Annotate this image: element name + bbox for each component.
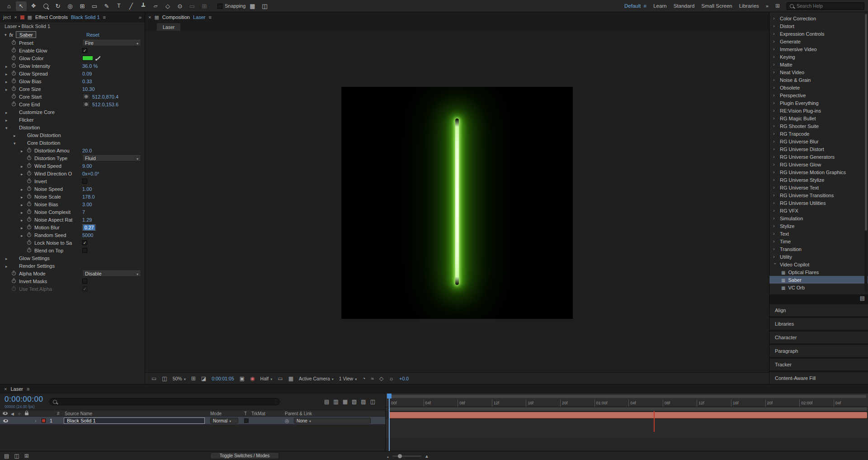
chevron-icon[interactable] (773, 85, 777, 90)
effects-list-item[interactable]: VC Orb (769, 284, 868, 291)
column-header-trkmat[interactable]: TrkMat (251, 411, 265, 416)
stopwatch-icon[interactable] (11, 286, 16, 292)
time-navigator[interactable] (386, 394, 868, 399)
stopwatch-icon[interactable] (27, 147, 32, 154)
effect-property-row[interactable]: Glow Distortion (0, 131, 145, 139)
composition-frame[interactable] (341, 87, 573, 319)
effects-list-item[interactable]: Time (769, 237, 868, 245)
stopwatch-icon[interactable] (27, 247, 32, 254)
stopwatch-icon[interactable] (27, 240, 32, 246)
chevron-icon[interactable] (773, 247, 777, 251)
stopwatch-icon[interactable] (11, 47, 16, 54)
column-header-t[interactable]: T (244, 411, 247, 416)
effects-list-item[interactable]: Keying (769, 53, 868, 61)
expand-layer-switches-icon[interactable] (4, 453, 9, 459)
chevron-icon[interactable] (773, 231, 777, 236)
eyedropper-icon[interactable] (95, 55, 101, 61)
property-twirl-icon[interactable] (21, 164, 23, 169)
effect-property-row[interactable]: Distortion Amou 20.0 (0, 147, 145, 154)
layer-expander-icon[interactable] (35, 418, 39, 423)
glow-color-swatch[interactable] (82, 56, 93, 61)
effects-list-item[interactable]: RG Universe Stylize (769, 176, 868, 184)
point-crosshair-icon[interactable] (82, 101, 90, 107)
chevron-icon[interactable] (773, 263, 778, 267)
layer-row[interactable]: 1 Black Solid 1 Normal None (0, 417, 385, 424)
effects-list-item[interactable]: Neat Video (769, 68, 868, 76)
timeline-tab[interactable]: Laser (10, 386, 23, 392)
side-panel-header[interactable]: Paragraph (769, 345, 868, 357)
effect-twirl-icon[interactable] (5, 33, 7, 37)
chevron-icon[interactable] (773, 177, 777, 182)
effect-property-row[interactable]: Blend on Top (0, 247, 145, 254)
effect-property-row[interactable]: Noise Scale 178.0 (0, 193, 145, 200)
comp-mini-flowchart-icon[interactable] (324, 398, 329, 405)
shy-layers-icon[interactable] (343, 398, 348, 405)
chevron-icon[interactable] (773, 208, 777, 213)
effects-list-item[interactable]: Optical Flares (769, 268, 868, 276)
workspace-tab[interactable]: Standard (674, 3, 695, 9)
property-twirl-icon[interactable] (21, 218, 23, 223)
hand-tool[interactable] (28, 1, 39, 11)
composition-viewer[interactable] (145, 31, 769, 372)
effects-list-item[interactable]: RG Universe Blur (769, 138, 868, 145)
effect-property-row[interactable]: Core End 512.0,153.6 (0, 100, 145, 108)
track-area[interactable] (386, 411, 868, 451)
timeline-zoom-slider[interactable] (392, 455, 421, 457)
composition-tab-target[interactable]: Laser (193, 14, 206, 20)
property-value[interactable]: 1.00 (82, 186, 92, 192)
channels-icon[interactable] (250, 375, 255, 382)
timeline-zoom-in-icon[interactable] (425, 453, 429, 459)
property-dropdown[interactable]: Fluid (82, 155, 141, 161)
workspace-tab[interactable]: Small Screen (701, 3, 732, 9)
effect-property-row[interactable]: Random Seed 5000 (0, 231, 145, 239)
exposure-icon[interactable] (389, 375, 394, 382)
effects-list-item[interactable]: RG Shooter Suite (769, 122, 868, 130)
effect-property-row[interactable]: Noise Aspect Rat 1.29 (0, 216, 145, 223)
effect-property-row[interactable]: Glow Spread 0.09 (0, 70, 145, 77)
stopwatch-icon[interactable] (27, 217, 32, 223)
zoom-tool[interactable] (40, 1, 51, 11)
chevron-icon[interactable] (773, 200, 777, 205)
effects-list-item[interactable]: RG VFX (769, 207, 868, 214)
pen-tool[interactable] (101, 1, 112, 11)
stopwatch-icon[interactable] (27, 155, 32, 161)
effects-list-item[interactable]: RG Trapcode (769, 130, 868, 138)
effects-list-item[interactable]: Plugin Everything (769, 99, 868, 107)
stopwatch-icon[interactable] (11, 55, 16, 62)
panel-options-icon[interactable] (860, 295, 865, 301)
property-value[interactable]: 10.30 (82, 86, 95, 92)
mask-visibility-icon[interactable] (201, 375, 206, 382)
effects-list-item[interactable]: Distort (769, 22, 868, 30)
exposure-value[interactable]: +0.0 (399, 376, 409, 381)
effect-property-row[interactable]: Glow Settings (0, 254, 145, 262)
composition-tab-title[interactable]: Composition (162, 14, 190, 20)
brush-tool[interactable] (126, 1, 137, 11)
property-twirl-icon[interactable] (5, 64, 8, 69)
property-value[interactable]: 7 (82, 209, 85, 215)
close-tab-icon[interactable] (4, 386, 7, 392)
effect-property-row[interactable]: Lock Noise to Sa (0, 239, 145, 247)
side-panel-header[interactable]: Align (769, 304, 868, 316)
chevron-icon[interactable] (773, 147, 777, 152)
effects-list-item[interactable]: RG Universe Text (769, 184, 868, 191)
effects-list-item[interactable]: RG Universe Glow (769, 161, 868, 168)
workspace-tab[interactable]: Libraries (739, 3, 759, 9)
chevron-icon[interactable] (773, 123, 777, 128)
property-value[interactable]: 3.00 (82, 202, 92, 207)
effect-property-row[interactable]: Noise Bias 3.00 (0, 200, 145, 208)
effects-list-item[interactable]: RG Universe Utilities (769, 199, 868, 207)
effects-list-item[interactable]: RG Universe Generators (769, 153, 868, 161)
reset-button[interactable]: Reset (86, 32, 99, 38)
chevron-icon[interactable] (773, 62, 777, 67)
help-search-box[interactable] (787, 2, 864, 10)
column-header-mode[interactable]: Mode (210, 411, 222, 416)
region-of-interest-icon[interactable] (278, 375, 283, 382)
effect-property-row[interactable]: Core Start 512.0,870.4 (0, 93, 145, 100)
stopwatch-icon[interactable] (27, 224, 32, 231)
property-value[interactable]: 5000 (82, 232, 93, 238)
effects-list-item[interactable]: Simulation (769, 214, 868, 222)
property-value[interactable]: 178.0 (82, 194, 95, 199)
effect-property-row[interactable]: Glow Color (0, 54, 145, 62)
property-checkbox[interactable] (82, 279, 87, 284)
chevron-icon[interactable] (773, 131, 777, 136)
